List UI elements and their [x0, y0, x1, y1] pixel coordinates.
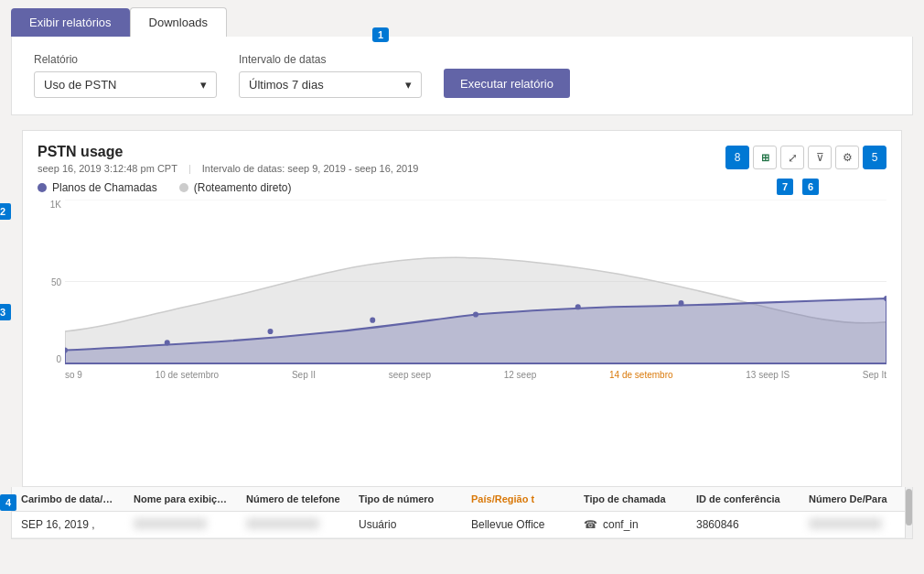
badge-1: 1 — [372, 27, 389, 42]
table-row: SEP 16, 2019 , Usuário Bellevue Office ☎… — [12, 512, 912, 538]
cell-conf-id: 3860846 — [687, 512, 800, 537]
report-toolbar: 8 ⊞ ⤢ ⊽ ⚙ 5 7 6 — [725, 146, 886, 169]
report-section: 2 3 PSTN usage seep 16, 2019 3:12:48 pm … — [11, 130, 913, 487]
col-header-number-type: Tipo de número — [349, 487, 462, 511]
filter-button[interactable]: ⊽ — [808, 146, 832, 169]
svg-point-9 — [679, 300, 684, 306]
tab-show-reports[interactable]: Exibir relatórios — [11, 8, 130, 37]
chart-xaxis: so 9 10 de setembro Sep II seep seep 12 … — [65, 366, 886, 392]
x-label-5: 14 de setembro — [609, 370, 673, 380]
cell-display-name — [124, 512, 237, 537]
chart-container: 1K 50 0 — [38, 200, 886, 392]
x-label-7: Sep It — [863, 370, 886, 380]
x-label-3: seep seep — [389, 370, 431, 380]
filter-report-group: Relatório Uso de PSTN ▾ — [34, 53, 217, 98]
excel-export-button[interactable]: ⊞ — [753, 146, 777, 169]
chevron-down-icon-date: ▾ — [405, 78, 412, 92]
phone-icon: ☎ — [584, 518, 597, 531]
report-meta: seep 16, 2019 3:12:48 pm CPT | Intervalo… — [38, 163, 418, 174]
settings-button[interactable]: ⚙ — [835, 146, 859, 169]
x-label-4: 12 seep — [504, 370, 537, 380]
date-label: Intervalo de datas — [239, 53, 422, 66]
svg-point-4 — [165, 340, 170, 345]
svg-point-5 — [268, 329, 274, 334]
col-header-conf-id: ID de conferência — [687, 487, 800, 511]
yaxis-1k: 1K — [38, 200, 61, 210]
cell-number-type: Usuário — [349, 512, 462, 537]
report-select[interactable]: Uso de PSTN ▾ — [34, 71, 217, 98]
report-title: PSTN usage — [38, 144, 418, 160]
filter-icon: ⊽ — [816, 151, 824, 164]
report-header: PSTN usage seep 16, 2019 3:12:48 pm CPT … — [38, 144, 886, 174]
legend-dot-calling-plans — [38, 183, 47, 192]
cell-country: Bellevue Office — [462, 512, 575, 537]
expand-button[interactable]: ⤢ — [780, 146, 804, 169]
chart-yaxis: 1K 50 0 — [38, 200, 65, 364]
badge-8: 8 — [725, 146, 749, 169]
date-select-value: Últimos 7 dias — [249, 78, 324, 92]
filter-date-group: Intervalo de datas Últimos 7 dias ▾ — [239, 53, 422, 98]
filter-panel: 1 Relatório Uso de PSTN ▾ Intervalo de d… — [11, 37, 913, 115]
col-header-country: País/Região t — [462, 487, 575, 511]
cell-number-from-to — [800, 512, 912, 537]
cell-phone-number — [237, 512, 349, 537]
x-label-0: so 9 — [65, 370, 82, 380]
table-section-wrapper: 4 Carimbo de data/hora Nome para exibiçã… — [0, 487, 924, 539]
col-header-timestamp: Carimbo de data/hora — [12, 487, 124, 511]
report-panel: PSTN usage seep 16, 2019 3:12:48 pm CPT … — [22, 130, 902, 487]
date-select[interactable]: Últimos 7 dias ▾ — [239, 71, 422, 98]
scrollbar-vertical[interactable] — [905, 487, 912, 538]
legend-direct-routing[interactable]: (Roteamento direto) — [179, 181, 292, 194]
col-header-number-from-to: Número De/Para — [800, 487, 912, 511]
chevron-down-icon: ▾ — [200, 78, 207, 92]
report-label: Relatório — [34, 53, 217, 66]
badge-5: 5 — [863, 146, 886, 169]
yaxis-0: 0 — [38, 354, 61, 364]
report-timestamp: seep 16, 2019 3:12:48 pm CPT — [38, 163, 177, 174]
cell-call-type: ☎ conf_in — [575, 512, 687, 537]
legend-dot-direct-routing — [179, 183, 188, 192]
table-section: Carimbo de data/hora Nome para exibição … — [11, 487, 913, 539]
legend-label-direct-routing: (Roteamento direto) — [194, 181, 292, 194]
report-date-range: Intervalo de datas: seep 9, 2019 - seep … — [202, 163, 419, 174]
col-header-phone: Número de telefone — [237, 487, 349, 511]
tab-downloads[interactable]: Downloads — [130, 7, 227, 37]
legend-label-calling-plans: Planos de Chamadas — [52, 181, 157, 194]
badge-7: 7 — [777, 179, 793, 195]
badge-6: 6 — [802, 179, 819, 195]
col-header-display-name: Nome para exibição — [124, 487, 237, 511]
yaxis-50: 50 — [38, 277, 61, 287]
call-type-value: conf_in — [603, 518, 639, 531]
svg-point-6 — [370, 318, 375, 323]
legend-calling-plans[interactable]: Planos de Chamadas — [38, 181, 157, 194]
blurred-display-name — [134, 518, 207, 529]
report-select-value: Uso de PSTN — [44, 78, 116, 92]
col-header-call-type: Tipo de chamada — [575, 487, 687, 511]
x-label-1: 10 de setembro — [156, 370, 220, 380]
chart-svg-area — [65, 200, 886, 364]
blurred-phone — [246, 518, 319, 529]
chart-legend: Planos de Chamadas (Roteamento direto) — [38, 181, 886, 194]
svg-point-8 — [575, 304, 581, 309]
svg-point-7 — [473, 311, 478, 317]
table-header-row: Carimbo de data/hora Nome para exibição … — [12, 487, 912, 512]
meta-divider: | — [188, 163, 191, 174]
excel-icon: ⊞ — [761, 152, 769, 164]
execute-button[interactable]: Executar relatório — [444, 69, 570, 98]
report-title-area: PSTN usage seep 16, 2019 3:12:48 pm CPT … — [38, 144, 418, 174]
cell-timestamp: SEP 16, 2019 , — [12, 512, 124, 537]
side-badge-4: 4 — [0, 494, 16, 511]
scrollbar-thumb — [906, 489, 912, 525]
x-label-6: 13 seep IS — [746, 370, 790, 380]
side-badge-2: 2 — [0, 203, 11, 220]
x-label-2: Sep II — [292, 370, 316, 380]
blurred-number-from-to — [809, 518, 882, 529]
expand-icon: ⤢ — [788, 151, 798, 165]
side-badge-3: 3 — [0, 304, 11, 320]
tab-bar: Exibir relatórios Downloads — [0, 0, 924, 37]
gear-icon: ⚙ — [843, 151, 853, 164]
